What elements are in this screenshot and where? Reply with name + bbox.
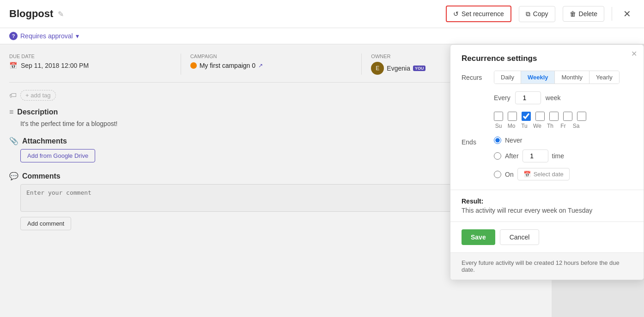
tab-weekly[interactable]: Weekly xyxy=(521,71,555,84)
days-row: Su Mo Tu We Th Fr Sa xyxy=(462,112,632,129)
ends-never-option: Never xyxy=(494,137,570,144)
recurrence-label: Set recurrence xyxy=(462,10,504,18)
select-date-button[interactable]: 📅 Select date xyxy=(517,168,570,180)
header-right: ↺ Set recurrence ⧉ Copy 🗑 Delete ✕ xyxy=(446,6,635,22)
checkbox-monday[interactable] xyxy=(508,112,517,121)
tab-monthly[interactable]: Monthly xyxy=(555,71,589,84)
day-label-th: Th xyxy=(546,123,555,129)
day-label-tu: Tu xyxy=(520,123,529,129)
checkbox-friday[interactable] xyxy=(563,112,572,121)
recurrence-popover-title: Recurrence settings xyxy=(462,54,632,63)
save-button[interactable]: Save xyxy=(462,229,495,245)
every-label: Every xyxy=(494,94,510,102)
tab-yearly[interactable]: Yearly xyxy=(589,71,619,84)
approval-badge: ? xyxy=(9,32,18,40)
copy-icon: ⧉ xyxy=(526,10,530,18)
info-section: Every future activity will be created 12… xyxy=(450,253,644,280)
approval-label: Requires approval xyxy=(20,32,73,40)
after-label: After xyxy=(505,152,519,160)
copy-label: Copy xyxy=(533,10,548,18)
day-label-mo: Mo xyxy=(507,123,516,129)
chevron-down-icon: ▾ xyxy=(76,32,79,40)
every-input[interactable] xyxy=(515,91,541,104)
day-label-fr: Fr xyxy=(559,123,568,129)
content-wrapper: Due date 📅 Sep 11, 2018 12:00 PM Campaig… xyxy=(0,44,644,317)
header: Blogpost ✎ ↺ Set recurrence ⧉ Copy 🗑 Del… xyxy=(0,0,644,28)
approval-link[interactable]: ? Requires approval ▾ xyxy=(9,32,79,40)
close-icon: ✕ xyxy=(623,9,631,19)
header-left: Blogpost ✎ xyxy=(9,8,64,20)
delete-button[interactable]: 🗑 Delete xyxy=(563,6,604,22)
set-recurrence-button[interactable]: ↺ Set recurrence xyxy=(446,6,511,22)
recurrence-settings-section: Recurrence settings Recurs Daily Weekly … xyxy=(450,45,644,190)
info-text: Every future activity will be created 12… xyxy=(462,259,632,273)
radio-after[interactable] xyxy=(494,152,501,160)
ends-on-option: On 📅 Select date xyxy=(494,168,570,180)
recurs-tabs: Daily Weekly Monthly Yearly xyxy=(494,71,620,84)
ends-row: Ends Never After time xyxy=(462,137,632,180)
ends-label: Ends xyxy=(462,137,494,146)
recurs-row: Recurs Daily Weekly Monthly Yearly xyxy=(462,71,632,84)
radio-never[interactable] xyxy=(494,137,501,144)
header-divider xyxy=(612,7,612,21)
checkbox-thursday[interactable] xyxy=(549,112,559,121)
recurrence-popover: ✕ Recurrence settings Recurs Daily Weekl… xyxy=(450,44,644,280)
copy-button[interactable]: ⧉ Copy xyxy=(519,6,555,22)
trash-icon: 🗑 xyxy=(570,10,576,18)
result-text: This activity will recur every week on T… xyxy=(462,207,632,214)
radio-on[interactable] xyxy=(494,171,501,178)
recurrence-icon: ↺ xyxy=(453,10,459,18)
checkbox-tuesday[interactable] xyxy=(522,112,531,121)
action-section: Save Cancel xyxy=(450,222,644,253)
checkbox-sunday[interactable] xyxy=(494,112,503,121)
on-label: On xyxy=(505,171,514,178)
checkbox-wednesday[interactable] xyxy=(535,112,545,121)
day-label-we: We xyxy=(533,123,542,129)
checkbox-saturday[interactable] xyxy=(577,112,586,121)
day-label-sa: Sa xyxy=(571,123,581,129)
edit-icon[interactable]: ✎ xyxy=(58,10,64,18)
approval-bar: ? Requires approval ▾ xyxy=(0,28,644,44)
every-row: Every week xyxy=(462,91,632,104)
select-date-label: Select date xyxy=(534,171,564,178)
tab-daily[interactable]: Daily xyxy=(494,71,521,84)
calendar-small-icon: 📅 xyxy=(523,171,531,178)
never-label: Never xyxy=(505,137,522,144)
page-title: Blogpost xyxy=(9,8,53,20)
close-popover-button[interactable]: ✕ xyxy=(631,49,637,58)
day-label-su: Su xyxy=(494,123,503,129)
recurs-label: Recurs xyxy=(462,74,494,81)
week-label: week xyxy=(546,94,561,102)
after-input[interactable] xyxy=(522,150,548,162)
time-label: time xyxy=(552,152,564,160)
cancel-button[interactable]: Cancel xyxy=(500,229,540,245)
ends-options: Never After time On 📅 xyxy=(494,137,570,180)
result-section: Result: This activity will recur every w… xyxy=(450,190,644,222)
ends-after-option: After time xyxy=(494,150,570,162)
result-label: Result: xyxy=(462,197,632,205)
close-button[interactable]: ✕ xyxy=(620,6,635,21)
delete-label: Delete xyxy=(579,10,597,18)
days-checkboxes xyxy=(494,112,586,121)
days-labels: Su Mo Tu We Th Fr Sa xyxy=(494,123,581,129)
